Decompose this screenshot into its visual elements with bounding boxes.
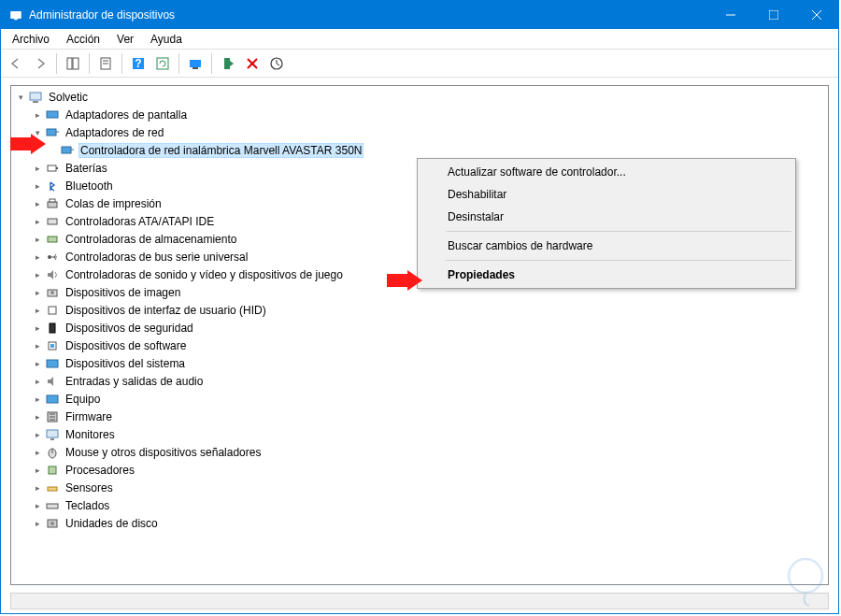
toolbar-separator bbox=[56, 53, 57, 74]
chevron-right-icon[interactable]: ▸ bbox=[30, 427, 45, 442]
chevron-right-icon[interactable]: ▸ bbox=[30, 179, 45, 193]
tree-item[interactable]: ▸Teclados bbox=[11, 496, 828, 514]
usb-controller-icon bbox=[45, 250, 60, 265]
tree-item[interactable]: ▸Sensores bbox=[11, 479, 828, 496]
svg-rect-14 bbox=[190, 60, 201, 67]
chevron-right-icon[interactable]: ▸ bbox=[30, 303, 45, 318]
update-driver-button[interactable] bbox=[184, 52, 207, 75]
toolbar-separator bbox=[211, 53, 212, 74]
chevron-right-icon[interactable]: ▸ bbox=[30, 196, 45, 211]
ctx-scan-hardware[interactable]: Buscar cambios de hardware bbox=[420, 235, 793, 257]
chevron-right-icon[interactable]: ▸ bbox=[30, 480, 45, 495]
tree-item[interactable]: ▸Mouse y otros dispositivos señaladores bbox=[11, 443, 828, 461]
tree-item[interactable]: ▸Dispositivos de interfaz de usuario (HI… bbox=[11, 301, 828, 319]
maximize-button[interactable] bbox=[752, 1, 795, 29]
svg-rect-50 bbox=[50, 438, 54, 440]
tree-item[interactable]: ▸Firmware bbox=[11, 408, 828, 425]
tree-label: Bluetooth bbox=[64, 179, 115, 193]
help-button[interactable]: ? bbox=[127, 52, 150, 75]
svg-rect-55 bbox=[47, 504, 58, 509]
chevron-right-icon[interactable]: ▸ bbox=[30, 516, 45, 531]
menu-file[interactable]: Archivo bbox=[5, 31, 57, 48]
chevron-right-icon[interactable]: ▸ bbox=[30, 321, 45, 336]
chevron-down-icon[interactable]: ▾ bbox=[13, 90, 28, 105]
chevron-right-icon[interactable]: ▸ bbox=[30, 374, 45, 389]
chevron-right-icon[interactable]: ▸ bbox=[30, 232, 45, 247]
tree-item[interactable]: ▸Procesadores bbox=[11, 461, 828, 479]
system-device-icon bbox=[45, 356, 60, 371]
bluetooth-icon bbox=[45, 179, 60, 193]
svg-rect-28 bbox=[56, 167, 58, 169]
tree-item[interactable]: ▸Entradas y salidas de audio bbox=[11, 372, 828, 390]
tree-item[interactable]: ▸Monitores bbox=[11, 425, 828, 443]
tree-item[interactable]: ▸ Adaptadores de pantalla bbox=[11, 106, 828, 123]
chevron-right-icon[interactable]: ▸ bbox=[30, 392, 45, 407]
tree-item[interactable]: ▸Dispositivos de software bbox=[11, 337, 828, 354]
tree-item[interactable]: ▸Dispositivos del sistema bbox=[11, 354, 828, 372]
app-icon bbox=[8, 7, 23, 22]
svg-rect-6 bbox=[67, 58, 72, 69]
tree-item[interactable]: ▸Dispositivos de seguridad bbox=[11, 319, 828, 337]
ctx-disable[interactable]: Deshabilitar bbox=[420, 183, 793, 206]
menu-help[interactable]: Ayuda bbox=[143, 31, 190, 48]
svg-rect-21 bbox=[33, 101, 38, 103]
forward-button[interactable] bbox=[29, 52, 51, 75]
tree-label: Controladoras de sonido y vídeo y dispos… bbox=[64, 267, 345, 282]
refresh-button[interactable] bbox=[151, 52, 174, 75]
chevron-right-icon[interactable]: ▸ bbox=[30, 356, 45, 371]
tree-label: Firmware bbox=[64, 409, 114, 424]
tree-label: Unidades de disco bbox=[64, 516, 160, 531]
tree-item-network-adapters[interactable]: ▾ Adaptadores de red bbox=[11, 123, 828, 141]
computer-icon bbox=[45, 392, 60, 407]
chevron-right-icon[interactable]: ▸ bbox=[30, 214, 45, 229]
scan-hardware-button[interactable] bbox=[265, 52, 288, 75]
tree-root-label: Solvetic bbox=[47, 90, 90, 105]
show-hide-tree-button[interactable] bbox=[62, 52, 84, 75]
chevron-right-icon[interactable]: ▸ bbox=[30, 285, 45, 300]
menubar: Archivo Acción Ver Ayuda bbox=[1, 29, 838, 50]
menu-view[interactable]: Ver bbox=[109, 31, 141, 48]
svg-rect-39 bbox=[49, 307, 56, 314]
watermark-icon bbox=[777, 552, 834, 609]
svg-rect-43 bbox=[47, 360, 58, 367]
ctx-properties[interactable]: Propiedades bbox=[420, 264, 793, 286]
security-device-icon bbox=[45, 321, 60, 336]
enable-button[interactable] bbox=[217, 52, 239, 75]
imaging-device-icon bbox=[45, 285, 60, 300]
ctx-uninstall[interactable]: Desinstalar bbox=[420, 206, 793, 228]
chevron-right-icon[interactable]: ▸ bbox=[30, 338, 45, 353]
svg-rect-49 bbox=[47, 430, 58, 437]
hid-icon bbox=[45, 303, 60, 318]
chevron-right-icon[interactable]: ▸ bbox=[30, 445, 45, 460]
ctx-update-driver[interactable]: Actualizar software de controlador... bbox=[420, 161, 793, 183]
chevron-right-icon[interactable]: ▸ bbox=[30, 409, 45, 424]
svg-rect-7 bbox=[73, 58, 78, 69]
tree-root[interactable]: ▾ Solvetic bbox=[11, 88, 828, 106]
chevron-right-icon[interactable]: ▸ bbox=[30, 250, 45, 265]
keyboard-icon bbox=[45, 498, 60, 513]
chevron-right-icon[interactable]: ▸ bbox=[30, 463, 45, 478]
chevron-right-icon[interactable]: ▸ bbox=[30, 107, 45, 122]
toolbar-separator bbox=[178, 53, 179, 74]
minimize-button[interactable] bbox=[709, 1, 752, 29]
tree-label: Sensores bbox=[64, 480, 115, 495]
ctx-separator bbox=[446, 260, 791, 261]
chevron-right-icon[interactable]: ▸ bbox=[30, 498, 45, 513]
close-button[interactable] bbox=[795, 1, 838, 29]
svg-rect-30 bbox=[50, 199, 55, 202]
tree-label: Controladoras ATA/ATAPI IDE bbox=[64, 214, 216, 229]
ctx-separator bbox=[446, 231, 791, 232]
chevron-right-icon[interactable]: ▸ bbox=[30, 161, 45, 176]
tree-item[interactable]: ▸Unidades de disco bbox=[11, 514, 828, 532]
device-tree[interactable]: ▾ Solvetic ▸ Adaptadores de pantalla ▾ A… bbox=[11, 86, 828, 534]
tree-label: Dispositivos de software bbox=[64, 338, 188, 353]
tree-item-selected[interactable]: Controladora de red inalámbrica Marvell … bbox=[11, 141, 828, 159]
tree-label: Mouse y otros dispositivos señaladores bbox=[64, 445, 263, 460]
chevron-right-icon[interactable]: ▸ bbox=[30, 267, 45, 282]
tree-label: Dispositivos de seguridad bbox=[64, 321, 195, 336]
menu-action[interactable]: Acción bbox=[59, 31, 107, 48]
tree-item[interactable]: ▸Equipo bbox=[11, 390, 828, 408]
uninstall-button[interactable] bbox=[241, 52, 264, 75]
properties-button[interactable] bbox=[94, 52, 117, 75]
back-button[interactable] bbox=[5, 52, 27, 75]
